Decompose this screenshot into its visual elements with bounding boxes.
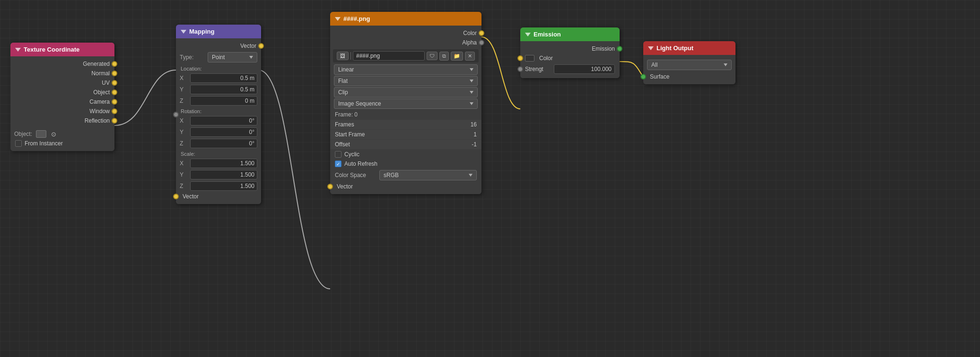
start-frame-value[interactable]: 1 — [463, 131, 477, 138]
mapping-header: Mapping — [176, 25, 261, 38]
extension-dropdown[interactable]: Clip — [334, 87, 478, 98]
loc-y-label: Y — [180, 86, 188, 93]
socket-vector-out-dot[interactable] — [258, 43, 264, 49]
color-input-label: Color — [539, 55, 553, 62]
socket-vector-in-dot[interactable] — [173, 194, 179, 199]
surface-socket-dot[interactable] — [640, 74, 646, 80]
source-dropdown[interactable]: Image Sequence — [334, 98, 478, 109]
scale-x-value[interactable]: 1.500 — [190, 159, 257, 168]
extension-value: Clip — [338, 89, 348, 96]
light-output-body: All Surface — [643, 55, 735, 84]
socket-vector-in-dot[interactable] — [327, 184, 333, 189]
loc-y-value[interactable]: 0.5 m — [190, 85, 257, 94]
strength-value[interactable]: 100.000 — [554, 64, 615, 74]
location-z-row: Z 0 m — [176, 95, 261, 107]
start-frame-label: Start Frame — [335, 131, 463, 138]
projection-dropdown[interactable]: Flat — [334, 76, 478, 86]
light-output-title: Light Output — [656, 45, 693, 52]
from-instancer-checkbox[interactable] — [15, 140, 22, 147]
auto-refresh-checkbox[interactable] — [335, 161, 341, 167]
folder-icon[interactable]: 📁 — [451, 52, 463, 61]
from-instancer-label: From Instancer — [25, 140, 63, 147]
socket-emission-dot[interactable] — [617, 46, 622, 52]
rot-y-label: Y — [180, 129, 188, 135]
copy-icon[interactable]: ⧉ — [439, 52, 449, 61]
socket-vector-in: Vector — [330, 182, 481, 191]
loc-x-label: X — [180, 75, 188, 81]
surface-input-row: Surface — [643, 72, 735, 81]
rot-x-value[interactable]: 0° — [190, 116, 257, 125]
loc-x-value[interactable]: 0.5 m — [190, 73, 257, 83]
type-dropdown[interactable]: Point — [208, 52, 257, 62]
offset-label: Offset — [335, 141, 463, 148]
image-texture-body: Color Alpha 🖼 ####.png 🛡 ⧉ 📁 ✕ Linear Fl… — [330, 26, 481, 194]
emission-node: Emission Emission Color Strengt 100.000 — [520, 27, 620, 78]
location-label: Location: — [176, 64, 261, 72]
eyedropper-icon[interactable]: ⊙ — [51, 131, 56, 138]
color-input-row: Color — [520, 54, 620, 63]
shield-icon[interactable]: 🛡 — [427, 52, 438, 60]
image-type-button[interactable]: 🖼 — [337, 52, 349, 60]
scale-y-value[interactable]: 1.500 — [190, 170, 257, 179]
rot-y-value[interactable]: 0° — [190, 127, 257, 137]
auto-refresh-row: Auto Refresh — [330, 159, 481, 169]
socket-reflection-dot[interactable] — [112, 118, 117, 124]
light-output-header: Light Output — [643, 41, 735, 55]
socket-normal-dot[interactable] — [112, 71, 117, 76]
collapse-icon[interactable] — [525, 33, 531, 36]
all-dropdown[interactable]: All — [647, 60, 732, 70]
type-label: Type: — [180, 54, 206, 61]
vector-in-label: Vector — [337, 183, 353, 190]
scale-socket[interactable] — [173, 112, 179, 117]
interpolation-value: Linear — [338, 66, 354, 73]
emission-title: Emission — [534, 31, 561, 38]
object-label: Object: — [14, 131, 32, 137]
socket-color-dot[interactable] — [479, 30, 484, 36]
socket-generated: Generated — [10, 59, 114, 69]
loc-z-value[interactable]: 0 m — [190, 96, 257, 106]
rot-x-label: X — [180, 117, 188, 124]
interpolation-dropdown[interactable]: Linear — [334, 64, 478, 75]
texture-coordinate-header: Texture Coordinate — [10, 43, 114, 56]
scale-z-value[interactable]: 1.500 — [190, 181, 257, 191]
strength-input-dot[interactable] — [517, 66, 523, 72]
socket-object-dot[interactable] — [112, 89, 117, 95]
type-value: Point — [212, 54, 225, 61]
frames-label: Frames — [335, 121, 463, 128]
socket-generated-dot[interactable] — [112, 61, 117, 67]
source-chevron — [470, 102, 473, 105]
close-icon[interactable]: ✕ — [465, 52, 475, 61]
source-value: Image Sequence — [338, 100, 381, 107]
rotation-z-row: Z 0° — [176, 138, 261, 149]
socket-alpha-dot[interactable] — [479, 40, 484, 45]
offset-value[interactable]: -1 — [463, 141, 477, 148]
color-space-dropdown[interactable]: sRGB — [379, 170, 477, 180]
rot-z-value[interactable]: 0° — [190, 139, 257, 148]
cyclic-checkbox[interactable] — [335, 151, 341, 158]
collapse-icon[interactable] — [648, 46, 654, 50]
projection-value: Flat — [338, 78, 348, 84]
loc-z-label: Z — [180, 98, 188, 104]
object-color-swatch[interactable] — [36, 130, 46, 138]
extension-chevron — [470, 91, 473, 94]
socket-window-dot[interactable] — [112, 108, 117, 114]
socket-uv-dot[interactable] — [112, 80, 117, 86]
scale-x-label: X — [180, 160, 188, 167]
color-space-row: Color Space sRGB — [330, 169, 481, 182]
socket-camera-dot[interactable] — [112, 99, 117, 105]
auto-refresh-label: Auto Refresh — [344, 161, 377, 167]
frames-value[interactable]: 16 — [463, 121, 477, 128]
scale-z-row: Z 1.500 — [176, 180, 261, 192]
socket-uv: UV — [10, 78, 114, 88]
collapse-icon[interactable] — [181, 30, 186, 34]
socket-color-out: Color — [330, 28, 481, 38]
collapse-icon[interactable] — [335, 17, 341, 21]
color-input-dot[interactable] — [517, 55, 523, 61]
color-space-value: sRGB — [384, 172, 399, 178]
socket-camera: Camera — [10, 97, 114, 107]
texture-coordinate-title: Texture Coordinate — [24, 46, 79, 53]
collapse-icon[interactable] — [15, 48, 21, 52]
image-filename[interactable]: ####.png — [353, 51, 425, 61]
color-swatch[interactable] — [525, 55, 534, 62]
vector-out-label: Vector — [240, 43, 256, 49]
